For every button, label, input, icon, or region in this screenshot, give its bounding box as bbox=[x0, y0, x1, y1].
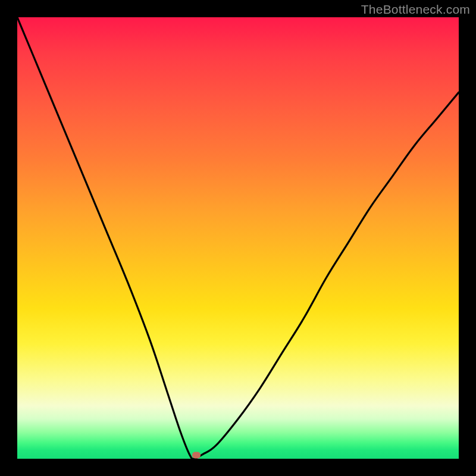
min-marker bbox=[192, 452, 201, 459]
bottleneck-curve bbox=[17, 17, 459, 459]
watermark-text: TheBottleneck.com bbox=[361, 2, 470, 17]
plot-area bbox=[17, 17, 459, 459]
chart-frame: TheBottleneck.com bbox=[0, 0, 476, 476]
